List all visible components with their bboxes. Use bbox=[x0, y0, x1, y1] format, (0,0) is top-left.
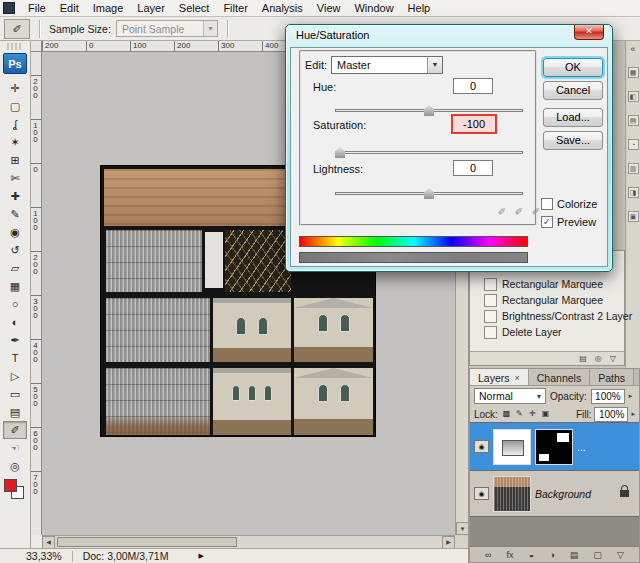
new-adjustment-layer-icon[interactable]: ◑ bbox=[549, 550, 554, 560]
menu-item[interactable]: Filter bbox=[216, 1, 254, 15]
zoom-tool[interactable]: ◎ bbox=[3, 457, 27, 475]
layer-thumbnail[interactable] bbox=[493, 429, 531, 465]
horizontal-scrollbar-thumb[interactable] bbox=[57, 537, 237, 547]
blur-tool[interactable]: ○ bbox=[3, 295, 27, 313]
checkbox-check-icon[interactable]: ✓ bbox=[541, 216, 553, 228]
delete-state-icon[interactable]: ▽ bbox=[610, 354, 616, 363]
lightness-slider[interactable] bbox=[335, 187, 523, 200]
crop-tool[interactable]: ⊞ bbox=[3, 151, 27, 169]
history-step[interactable]: Rectangular Marquee bbox=[470, 292, 624, 308]
path-selection-tool[interactable]: ▷ bbox=[3, 367, 27, 385]
tab-close-icon[interactable]: × bbox=[515, 373, 520, 383]
pen-tool[interactable]: ✒ bbox=[3, 331, 27, 349]
eraser-tool[interactable]: ▱ bbox=[3, 259, 27, 277]
history-step[interactable]: Delete Layer bbox=[470, 324, 624, 340]
eyedropper-tool[interactable]: ✐ bbox=[3, 421, 27, 439]
gradient-tool[interactable]: ▦ bbox=[3, 277, 27, 295]
zoom-level-field[interactable]: 33,33% bbox=[26, 550, 62, 562]
expand-dock-icon[interactable]: « bbox=[630, 44, 635, 54]
saturation-slider[interactable] bbox=[335, 146, 523, 159]
tab-channels[interactable]: Channels bbox=[529, 369, 590, 385]
dialog-title[interactable]: Hue/Saturation bbox=[296, 29, 369, 41]
menu-item[interactable]: View bbox=[310, 1, 348, 15]
app-icon[interactable] bbox=[3, 2, 15, 14]
lock-all-icon[interactable]: ▣ bbox=[540, 408, 551, 420]
menu-item[interactable]: Select bbox=[172, 1, 217, 15]
layer-style-icon[interactable]: fx bbox=[507, 550, 514, 560]
menu-item[interactable]: Edit bbox=[53, 1, 86, 15]
lightness-input[interactable] bbox=[453, 160, 493, 176]
layer-name[interactable]: ... bbox=[577, 441, 586, 453]
menu-item[interactable]: Analysis bbox=[255, 1, 310, 15]
clone-stamp-tool[interactable]: ◉ bbox=[3, 223, 27, 241]
brush-tool[interactable]: ✎ bbox=[3, 205, 27, 223]
lock-position-icon[interactable]: ✛ bbox=[527, 408, 538, 420]
quick-selection-tool[interactable]: ✶ bbox=[3, 133, 27, 151]
eye-icon[interactable]: ◉ bbox=[474, 487, 489, 500]
panel-icon-3[interactable]: ▤ bbox=[628, 115, 639, 126]
notes-tool[interactable]: ▤ bbox=[3, 403, 27, 421]
lasso-tool[interactable]: ʆ bbox=[3, 115, 27, 133]
new-layer-icon[interactable]: ▢ bbox=[593, 550, 602, 560]
menu-item[interactable]: Help bbox=[401, 1, 438, 15]
eyedropper-add-icon[interactable]: ✐ bbox=[512, 204, 526, 219]
opacity-value[interactable]: 100% bbox=[591, 389, 625, 404]
menu-item[interactable]: File bbox=[21, 1, 53, 15]
menu-item[interactable]: Image bbox=[86, 1, 131, 15]
toolbar-grip[interactable] bbox=[7, 43, 23, 50]
foreground-color-swatch[interactable] bbox=[4, 479, 17, 492]
dodge-tool[interactable]: ◐ bbox=[3, 313, 27, 331]
ok-button[interactable]: OK bbox=[543, 58, 603, 77]
lock-transparency-icon[interactable]: ▩ bbox=[501, 408, 512, 420]
new-snapshot-icon[interactable]: ◎ bbox=[595, 354, 602, 363]
opacity-slider-icon[interactable]: ▸ bbox=[629, 392, 633, 400]
layer-name[interactable]: Background bbox=[535, 488, 591, 500]
hue-input[interactable] bbox=[453, 78, 493, 94]
layer-row-adjustment[interactable]: ◉ ... bbox=[470, 423, 639, 471]
edit-channel-select[interactable]: Master ▼ bbox=[331, 56, 443, 74]
horizontal-scrollbar[interactable]: ◀ ▶ bbox=[42, 535, 455, 548]
panel-icon-6[interactable]: ◨ bbox=[628, 187, 639, 198]
history-step[interactable]: Brightness/Contrast 2 Layer bbox=[470, 308, 624, 324]
shape-tool[interactable]: ▭ bbox=[3, 385, 27, 403]
preview-checkbox[interactable]: ✓ Preview bbox=[541, 216, 596, 228]
cancel-button[interactable]: Cancel bbox=[543, 81, 603, 100]
healing-brush-tool[interactable]: ✚ bbox=[3, 187, 27, 205]
delete-layer-icon[interactable]: ▽ bbox=[617, 550, 624, 560]
close-icon[interactable]: ✕ bbox=[574, 25, 604, 40]
hand-tool[interactable]: ☜ bbox=[3, 439, 27, 457]
add-layer-mask-icon[interactable]: ◒ bbox=[529, 550, 534, 560]
load-button[interactable]: Load... bbox=[543, 108, 603, 127]
layer-mask-thumbnail[interactable] bbox=[535, 429, 573, 465]
colorize-checkbox[interactable]: Colorize bbox=[541, 198, 597, 210]
move-tool[interactable]: ✛ bbox=[3, 79, 27, 97]
fill-value[interactable]: 100% bbox=[594, 407, 628, 422]
menu-item[interactable]: Layer bbox=[130, 1, 172, 15]
blend-mode-select[interactable]: Normal ▼ bbox=[474, 388, 546, 404]
hue-slider-thumb[interactable] bbox=[424, 105, 434, 116]
new-group-icon[interactable]: ▤ bbox=[570, 550, 579, 560]
eyedropper-icon[interactable]: ✐ bbox=[495, 204, 509, 219]
link-layers-icon[interactable]: ∞ bbox=[485, 550, 491, 560]
current-tool-icon[interactable]: ✐ bbox=[4, 19, 30, 39]
checkbox-box[interactable] bbox=[541, 198, 553, 210]
lock-pixels-icon[interactable]: ✎ bbox=[514, 408, 525, 420]
layer-row-background[interactable]: ◉ Background bbox=[470, 471, 639, 517]
saturation-input[interactable] bbox=[451, 114, 497, 134]
status-menu-arrow-icon[interactable]: ▶ bbox=[198, 552, 203, 560]
tab-layers[interactable]: Layers × bbox=[470, 369, 529, 385]
lightness-slider-thumb[interactable] bbox=[424, 188, 434, 199]
history-step[interactable]: Rectangular Marquee bbox=[470, 276, 624, 292]
eye-icon[interactable]: ◉ bbox=[474, 440, 489, 453]
panel-icon-4[interactable]: ◔ bbox=[628, 139, 639, 150]
panel-icon-1[interactable]: ▦ bbox=[628, 67, 639, 78]
layer-thumbnail[interactable] bbox=[493, 476, 531, 512]
panel-icon-2[interactable]: ◧ bbox=[628, 91, 639, 102]
slice-tool[interactable]: ✄ bbox=[3, 169, 27, 187]
saturation-slider-thumb[interactable] bbox=[335, 147, 345, 158]
type-tool[interactable]: T bbox=[3, 349, 27, 367]
menu-item[interactable]: Window bbox=[347, 1, 400, 15]
new-document-from-state-icon[interactable]: ▤ bbox=[579, 354, 587, 363]
fill-slider-icon[interactable]: ▸ bbox=[631, 410, 635, 418]
tab-paths[interactable]: Paths bbox=[590, 369, 634, 385]
